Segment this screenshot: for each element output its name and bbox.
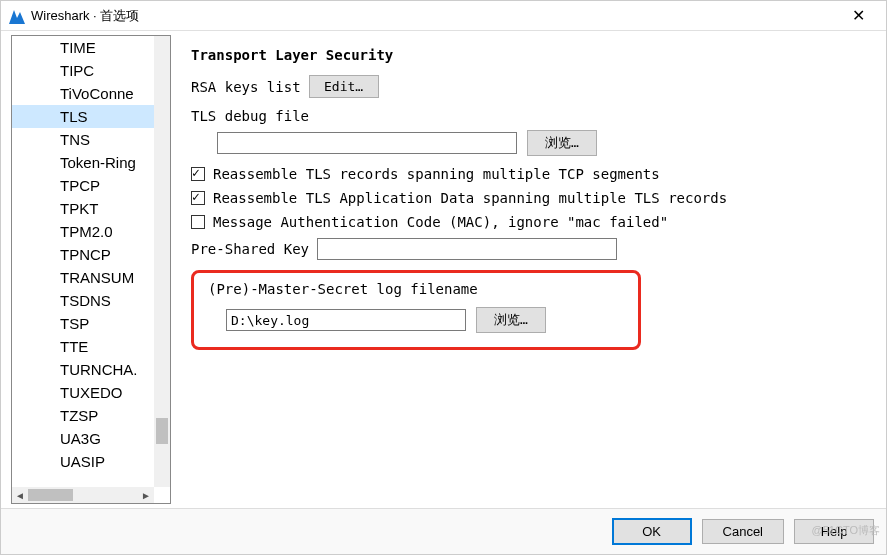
edit-button[interactable]: Edit…	[309, 75, 379, 98]
close-icon[interactable]: ✕	[838, 1, 878, 31]
rsa-keys-label: RSA keys list	[191, 79, 301, 95]
section-title: Transport Layer Security	[191, 47, 866, 63]
sidebar-item-tpm20[interactable]: TPM2.0	[12, 220, 154, 243]
reassemble-appdata-row[interactable]: Reassemble TLS Application Data spanning…	[191, 190, 866, 206]
scroll-track[interactable]	[28, 487, 138, 503]
settings-panel: Transport Layer Security RSA keys list E…	[171, 31, 886, 508]
scroll-thumb-h[interactable]	[28, 489, 73, 501]
reassemble-records-checkbox[interactable]	[191, 167, 205, 181]
window-title: Wireshark · 首选项	[31, 7, 838, 25]
scroll-right-icon[interactable]: ►	[138, 487, 154, 503]
sidebar-item-tuxedo[interactable]: TUXEDO	[12, 381, 154, 404]
sidebar-item-tpkt[interactable]: TPKT	[12, 197, 154, 220]
debug-file-row: 浏览…	[217, 130, 866, 156]
preferences-window: Wireshark · 首选项 ✕ TIMETIPCTiVoConneTLSTN…	[0, 0, 887, 555]
reassemble-records-row[interactable]: Reassemble TLS records spanning multiple…	[191, 166, 866, 182]
browse-master-button[interactable]: 浏览…	[476, 307, 546, 333]
dialog-footer: OK Cancel Help @51CTO博客	[1, 508, 886, 554]
sidebar-item-tpcp[interactable]: TPCP	[12, 174, 154, 197]
protocol-list[interactable]: TIMETIPCTiVoConneTLSTNSToken-RingTPCPTPK…	[12, 36, 154, 487]
scroll-left-icon[interactable]: ◄	[12, 487, 28, 503]
sidebar-item-tokenring[interactable]: Token-Ring	[12, 151, 154, 174]
psk-label: Pre-Shared Key	[191, 241, 309, 257]
master-secret-input[interactable]	[226, 309, 466, 331]
vertical-scrollbar[interactable]	[154, 36, 170, 487]
sidebar-item-tpncp[interactable]: TPNCP	[12, 243, 154, 266]
sidebar-item-tzsp[interactable]: TZSP	[12, 404, 154, 427]
sidebar-item-tte[interactable]: TTE	[12, 335, 154, 358]
horizontal-scrollbar[interactable]: ◄ ►	[12, 487, 154, 503]
reassemble-appdata-checkbox[interactable]	[191, 191, 205, 205]
content-area: TIMETIPCTiVoConneTLSTNSToken-RingTPCPTPK…	[1, 31, 886, 508]
master-secret-section: (Pre)-Master-Secret log filename 浏览…	[191, 270, 641, 350]
wireshark-icon	[9, 8, 25, 24]
sidebar-item-tivoconne[interactable]: TiVoConne	[12, 82, 154, 105]
reassemble-records-label: Reassemble TLS records spanning multiple…	[213, 166, 660, 182]
sidebar-item-ua3g[interactable]: UA3G	[12, 427, 154, 450]
protocol-sidebar: TIMETIPCTiVoConneTLSTNSToken-RingTPCPTPK…	[11, 35, 171, 504]
debug-file-input[interactable]	[217, 132, 517, 154]
reassemble-appdata-label: Reassemble TLS Application Data spanning…	[213, 190, 727, 206]
psk-input[interactable]	[317, 238, 617, 260]
browse-debug-button[interactable]: 浏览…	[527, 130, 597, 156]
sidebar-item-time[interactable]: TIME	[12, 36, 154, 59]
scroll-thumb[interactable]	[156, 418, 168, 444]
mac-ignore-checkbox[interactable]	[191, 215, 205, 229]
sidebar-item-tns[interactable]: TNS	[12, 128, 154, 151]
mac-ignore-label: Message Authentication Code (MAC), ignor…	[213, 214, 668, 230]
sidebar-item-uasip[interactable]: UASIP	[12, 450, 154, 473]
master-secret-label: (Pre)-Master-Secret log filename	[208, 281, 624, 297]
debug-file-label: TLS debug file	[191, 108, 858, 124]
cancel-button[interactable]: Cancel	[702, 519, 784, 544]
rsa-keys-row: RSA keys list Edit…	[191, 75, 866, 98]
titlebar: Wireshark · 首选项 ✕	[1, 1, 886, 31]
master-secret-row: 浏览…	[226, 307, 624, 333]
sidebar-item-tsdns[interactable]: TSDNS	[12, 289, 154, 312]
sidebar-item-tls[interactable]: TLS	[12, 105, 154, 128]
sidebar-item-tipc[interactable]: TIPC	[12, 59, 154, 82]
mac-ignore-row[interactable]: Message Authentication Code (MAC), ignor…	[191, 214, 866, 230]
sidebar-item-tsp[interactable]: TSP	[12, 312, 154, 335]
help-button[interactable]: Help	[794, 519, 874, 544]
sidebar-item-transum[interactable]: TRANSUM	[12, 266, 154, 289]
psk-row: Pre-Shared Key	[191, 238, 866, 260]
ok-button[interactable]: OK	[612, 518, 692, 545]
sidebar-item-turncha[interactable]: TURNCHA.	[12, 358, 154, 381]
